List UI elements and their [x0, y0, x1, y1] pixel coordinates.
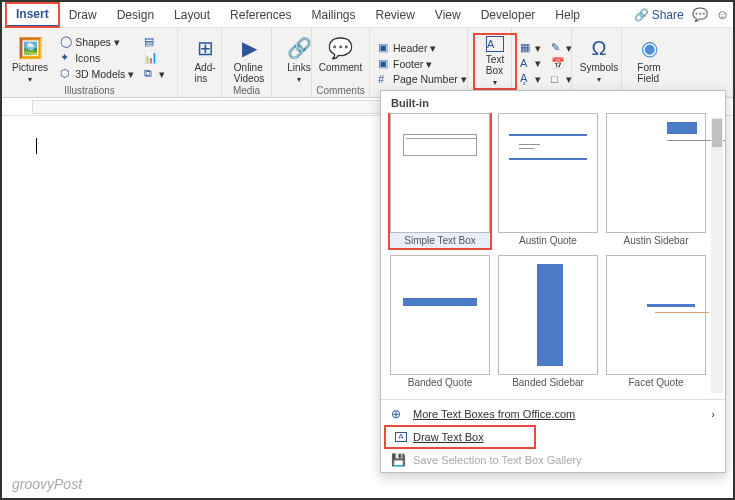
pagenumber-button[interactable]: #Page Number ▾	[376, 72, 469, 86]
header-icon: ▣	[378, 41, 390, 54]
group-illustrations: 🖼️Pictures▾ ◯Shapes ▾ ✦Icons ⬡3D Models …	[2, 28, 178, 97]
tab-review[interactable]: Review	[365, 4, 424, 26]
text-box-button[interactable]: AText Box▾	[474, 34, 516, 89]
face-icon[interactable]: ☺	[716, 7, 729, 22]
addins-button[interactable]: ⊞Add- ins	[184, 34, 226, 86]
watermark: groovyPost	[12, 476, 82, 492]
save-icon: 💾	[391, 453, 407, 467]
datetime-button[interactable]: 📅	[549, 56, 574, 71]
icons-icon: ✦	[60, 51, 72, 64]
form-field-button[interactable]: ◉Form Field	[628, 34, 670, 86]
group-formfield: ◉Form Field	[622, 28, 672, 97]
parts-icon: ▦	[520, 41, 532, 54]
group-symbols: ΩSymbols▾	[572, 28, 622, 97]
gallery-banded-sidebar[interactable]: Banded Sidebar	[497, 255, 599, 391]
video-icon: ▶	[242, 36, 257, 60]
share-icon: 🔗	[634, 8, 649, 22]
header-button[interactable]: ▣Header ▾	[376, 40, 469, 55]
tab-references[interactable]: References	[220, 4, 301, 26]
comment-button[interactable]: 💬Comment	[318, 34, 363, 75]
tab-insert[interactable]: Insert	[6, 3, 59, 27]
icons-button[interactable]: ✦Icons	[58, 50, 136, 65]
cube-icon: ⬡	[60, 67, 72, 80]
draw-text-box-button[interactable]: ADraw Text Box	[385, 426, 535, 448]
footer-icon: ▣	[378, 57, 390, 70]
smartart-icon: ▤	[144, 35, 156, 48]
group-label: Comments	[312, 85, 369, 96]
dropdown-header: Built-in	[381, 91, 725, 113]
pagenumber-icon: #	[378, 73, 390, 85]
sig-icon: ✎	[551, 41, 563, 54]
group-links: 🔗Links▾	[272, 28, 312, 97]
date-icon: 📅	[551, 57, 563, 70]
screenshot-icon: ⧉	[144, 67, 156, 80]
object-button[interactable]: □▾	[549, 72, 574, 86]
pictures-button[interactable]: 🖼️Pictures▾	[8, 34, 52, 86]
dropcap-button[interactable]: A͇▾	[518, 71, 543, 86]
gallery-banded-quote[interactable]: Banded Quote	[389, 255, 491, 391]
screenshot-button[interactable]: ⧉▾	[142, 66, 167, 81]
group-label: Media	[222, 85, 271, 96]
quickparts-button[interactable]: ▦▾	[518, 40, 543, 55]
group-media: ▶Online Videos Media	[222, 28, 272, 97]
dropcap-icon: A͇	[520, 72, 532, 85]
tab-developer[interactable]: Developer	[471, 4, 546, 26]
sigline-button[interactable]: ✎▾	[549, 40, 574, 55]
pictures-icon: 🖼️	[18, 36, 43, 60]
tab-help[interactable]: Help	[545, 4, 590, 26]
text-cursor	[36, 138, 37, 154]
link-icon: 🔗	[287, 36, 312, 60]
group-label: Illustrations	[2, 85, 177, 96]
symbols-button[interactable]: ΩSymbols▾	[578, 34, 620, 86]
chart-button[interactable]: 📊	[142, 50, 167, 65]
chart-icon: 📊	[144, 51, 156, 64]
shapes-button[interactable]: ◯Shapes ▾	[58, 34, 136, 49]
tab-draw[interactable]: Draw	[59, 4, 107, 26]
group-addins: ⊞Add- ins	[178, 28, 222, 97]
chevron-right-icon: ›	[711, 408, 715, 420]
group-text2: ▦▾ A▾ A͇▾ ✎▾ 📅 □▾	[512, 28, 572, 97]
more-textboxes-button[interactable]: ⊕More Text Boxes from Office.com›	[381, 402, 725, 426]
tab-view[interactable]: View	[425, 4, 471, 26]
omega-icon: Ω	[592, 36, 607, 60]
formfield-icon: ◉	[641, 36, 658, 60]
comment-icon: 💬	[328, 36, 353, 60]
tab-right: 🔗Share 💬 ☺	[634, 7, 729, 22]
smartart-button[interactable]: ▤	[142, 34, 167, 49]
addins-icon: ⊞	[197, 36, 214, 60]
gallery-simple-text-box[interactable]: ▬▬▬▬▬▬▬▬▬▬▬▬▬▬▬▬▬▬▬▬▬▬▬▬▬▬▬▬▬▬▬▬▬▬▬▬▬▬▬▬…	[389, 113, 491, 249]
web-icon: ⊕	[391, 407, 407, 421]
online-videos-button[interactable]: ▶Online Videos	[228, 34, 270, 86]
textbox-gallery: ▬▬▬▬▬▬▬▬▬▬▬▬▬▬▬▬▬▬▬▬▬▬▬▬▬▬▬▬▬▬▬▬▬▬▬▬▬▬▬▬…	[381, 113, 725, 397]
group-comments: 💬Comment Comments	[312, 28, 370, 97]
textbox-icon: A	[486, 36, 504, 52]
textbox-dropdown: Built-in ▬▬▬▬▬▬▬▬▬▬▬▬▬▬▬▬▬▬▬▬▬▬▬▬▬▬▬▬▬▬▬…	[380, 90, 726, 473]
tab-layout[interactable]: Layout	[164, 4, 220, 26]
footer-button[interactable]: ▣Footer ▾	[376, 56, 469, 71]
share-button[interactable]: 🔗Share	[634, 8, 684, 22]
gallery-austin-sidebar[interactable]: ▬▬▬▬▬▬▬▬▬▬▬▬▬▬▬▬▬▬▬▬▬▬▬▬▬▬▬▬▬▬▬▬▬▬▬▬▬▬▬▬…	[605, 113, 707, 249]
shapes-icon: ◯	[60, 35, 72, 48]
obj-icon: □	[551, 73, 563, 85]
save-selection-button: 💾Save Selection to Text Box Gallery	[381, 448, 725, 472]
tab-bar: Insert Draw Design Layout References Mai…	[2, 2, 733, 28]
group-text: AText Box▾	[468, 28, 512, 97]
wordart-icon: A	[520, 57, 532, 69]
gallery-austin-quote[interactable]: ▬▬▬▬▬▬▬▬▬▬▬▬ Austin Quote	[497, 113, 599, 249]
tab-design[interactable]: Design	[107, 4, 164, 26]
group-headerfooter: ▣Header ▾ ▣Footer ▾ #Page Number ▾	[370, 28, 468, 97]
draw-textbox-icon: A	[395, 432, 407, 442]
3dmodels-button[interactable]: ⬡3D Models ▾	[58, 66, 136, 81]
tab-mailings[interactable]: Mailings	[301, 4, 365, 26]
wordart-button[interactable]: A▾	[518, 56, 543, 70]
gallery-scrollbar[interactable]	[711, 117, 723, 393]
gallery-facet-quote[interactable]: ▬▬▬▬▬▬▬▬▬▬▬▬▬▬▬▬▬▬ Facet Quote	[605, 255, 707, 391]
comments-icon[interactable]: 💬	[692, 7, 708, 22]
ribbon: 🖼️Pictures▾ ◯Shapes ▾ ✦Icons ⬡3D Models …	[2, 28, 733, 98]
